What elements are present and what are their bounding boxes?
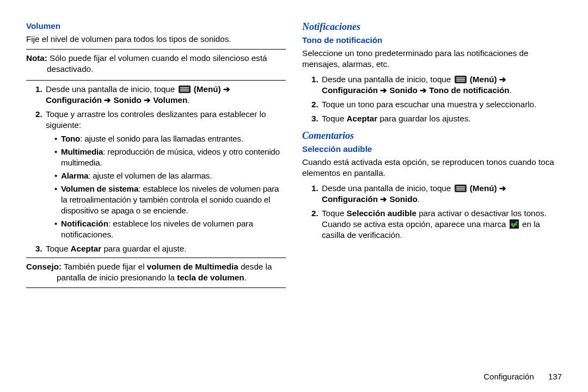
- step-item: Desde una pantalla de inicio, toque (Men…: [321, 183, 562, 205]
- left-column: Volumen Fije el nivel de volumen para to…: [26, 21, 286, 392]
- step-item: Toque un tono para escuchar una muestra …: [321, 99, 562, 110]
- step-text: para guardar el ajuste.: [101, 244, 186, 253]
- bullet-label: Tono: [61, 134, 80, 143]
- menu-icon: [455, 185, 467, 192]
- step-text: para guardar los ajustes.: [377, 114, 470, 123]
- bullet-text: : ajuste el sonido para las llamadas ent…: [80, 134, 243, 143]
- step-text: Desde una pantalla de inicio, toque: [322, 75, 454, 84]
- path-text: Sonido: [387, 194, 418, 204]
- bullet-item: Tono: ajuste el sonido para las llamadas…: [56, 133, 286, 144]
- steps-list: Desde una pantalla de inicio, toque (Men…: [302, 183, 562, 241]
- divider: [26, 258, 286, 258]
- menu-label: (Menú): [194, 84, 223, 94]
- steps-list: Desde una pantalla de inicio, toque (Men…: [302, 74, 562, 124]
- step-item: Desde una pantalla de inicio, toque (Men…: [45, 84, 286, 106]
- menu-icon: [179, 85, 191, 93]
- tip-text: .: [244, 273, 246, 282]
- bullet-label: Volumen de sistema: [61, 184, 138, 193]
- bullet-item: Volumen de sistema: establece los nivele…: [56, 183, 286, 216]
- heading-tono: Tono de notificación: [302, 35, 562, 46]
- path-text: Sonido: [111, 95, 144, 105]
- heading-notificaciones: Notificaciones: [302, 21, 562, 34]
- bullet-item: Multimedia: reproducción de música, vide…: [56, 146, 286, 168]
- path-text: Sonido: [387, 85, 420, 95]
- footer-section: Configuración: [483, 372, 534, 381]
- step-text: Toque: [322, 114, 347, 123]
- step-item: Toque Selección audible para activar o d…: [321, 208, 562, 241]
- menu-label: (Menú): [470, 75, 499, 84]
- arrow-icon: ➔: [420, 85, 427, 95]
- divider: [26, 80, 286, 81]
- path-text: Configuración: [46, 95, 104, 105]
- body-text: Seleccione un tono predeterminado para l…: [302, 48, 562, 70]
- step-item: Toque y arrastre los controles deslizant…: [45, 109, 286, 240]
- bullet-label: Alarma: [61, 171, 88, 180]
- step-bold: Aceptar: [71, 244, 102, 253]
- arrow-icon: ➔: [223, 84, 230, 94]
- arrow-icon: ➔: [499, 183, 506, 193]
- heading-comentarios: Comentarios: [302, 130, 562, 143]
- note-text: Sólo puede fijar el volumen cuando el mo…: [47, 53, 267, 74]
- step-text: Desde una pantalla de inicio, toque: [322, 183, 454, 193]
- heading-seleccion: Selección audible: [302, 144, 562, 155]
- tip-text: También puede fijar el: [62, 262, 147, 271]
- note-block: Nota: Sólo puede fijar el volumen cuando…: [26, 53, 286, 75]
- tip-bold: volumen de Multimedia: [147, 262, 238, 271]
- path-text: Tono de notificación: [427, 85, 510, 95]
- divider: [26, 49, 286, 50]
- bullet-item: Alarma: ajuste el volumen de las alarmas…: [56, 170, 286, 181]
- path-text: Configuración: [322, 85, 380, 95]
- arrow-icon: ➔: [104, 95, 111, 105]
- bullet-text: : ajuste el volumen de las alarmas.: [88, 171, 212, 180]
- menu-label: (Menú): [470, 183, 499, 193]
- step-item: Toque Aceptar para guardar los ajustes.: [321, 113, 562, 124]
- svg-rect-0: [510, 219, 519, 229]
- step-bold: Aceptar: [347, 114, 378, 123]
- heading-volumen: Volumen: [26, 21, 286, 32]
- tip-bold: tecla de volumen: [177, 273, 244, 282]
- step-text: Toque: [46, 244, 71, 253]
- step-text: Desde una pantalla de inicio, toque: [46, 84, 177, 94]
- steps-list: Desde una pantalla de inicio, toque (Men…: [26, 84, 286, 254]
- intro-text: Fije el nivel de volumen para todos los …: [26, 34, 286, 45]
- step-text: Toque y arrastre los controles deslizant…: [46, 109, 266, 130]
- note-label: Nota:: [26, 53, 47, 63]
- path-text: Volumen: [151, 95, 187, 105]
- arrow-icon: ➔: [499, 75, 506, 84]
- step-text: Toque: [322, 209, 347, 218]
- page-footer: Configuración 137: [483, 372, 562, 381]
- arrow-icon: ➔: [380, 85, 387, 95]
- right-column: Notificaciones Tono de notificación Sele…: [302, 21, 562, 392]
- step-item: Toque Aceptar para guardar el ajuste.: [45, 243, 286, 254]
- bullet-item: Notificación: establece los niveles de v…: [56, 218, 286, 240]
- menu-icon: [455, 76, 467, 83]
- tip-block: Consejo: También puede fijar el volumen …: [26, 261, 286, 283]
- divider: [26, 287, 286, 288]
- body-text: Cuando está activada esta opción, se rep…: [302, 157, 562, 179]
- tip-label: Consejo:: [26, 262, 62, 271]
- step-item: Desde una pantalla de inicio, toque (Men…: [321, 74, 562, 96]
- checkmark-icon: [510, 219, 519, 229]
- step-bold: Selección audible: [347, 209, 416, 218]
- arrow-icon: ➔: [380, 194, 387, 204]
- bullet-label: Multimedia: [61, 147, 103, 156]
- path-text: Configuración: [322, 194, 380, 204]
- page-number: 137: [548, 372, 562, 381]
- bullet-list: Tono: ajuste el sonido para las llamadas…: [46, 133, 286, 241]
- bullet-label: Notificación: [61, 219, 108, 228]
- arrow-icon: ➔: [144, 95, 151, 105]
